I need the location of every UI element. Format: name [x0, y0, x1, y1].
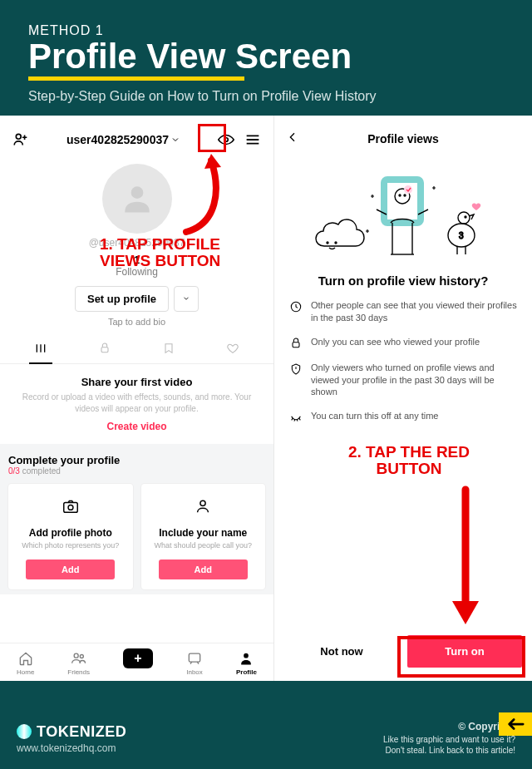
brand-logo-icon	[17, 724, 32, 739]
svg-point-6	[200, 500, 205, 505]
username-text: user402825290037	[66, 133, 169, 146]
profile-views-prompt-screen: Profile views	[274, 116, 532, 681]
home-icon	[17, 650, 34, 667]
hamburger-menu-icon[interactable]	[244, 131, 262, 149]
svg-point-5	[68, 505, 73, 510]
page-subtitle: Step-by-Step Guide on How to Turn on Pro…	[28, 89, 504, 104]
prompt-buttons: Not now Turn on	[274, 635, 532, 676]
clock-icon	[289, 300, 303, 313]
svg-point-11	[327, 242, 328, 244]
annotation-arrow-1	[171, 149, 229, 240]
tab-saved[interactable]	[155, 337, 182, 363]
tab-liked[interactable]	[219, 337, 246, 363]
post-button-icon: +	[123, 648, 153, 668]
not-now-button[interactable]: Not now	[284, 635, 399, 668]
chevron-left-icon	[286, 131, 299, 144]
svg-point-16	[404, 195, 406, 196]
chevron-down-icon	[170, 135, 180, 145]
copyright-block: © Copyright Like this graphic and want t…	[383, 720, 515, 756]
profile-tabstrip	[0, 333, 273, 364]
add-name-button[interactable]: Add	[159, 559, 248, 579]
tab-feed[interactable]	[27, 337, 54, 363]
svg-rect-9	[189, 653, 200, 662]
svg-point-20	[465, 216, 466, 218]
right-title: Profile views	[303, 132, 504, 145]
hero-header: METHOD 1 Profile View Screen Step-by-Ste…	[0, 0, 532, 116]
add-friend-icon[interactable]	[12, 131, 30, 149]
profile-topbar: user402825290037	[0, 116, 273, 154]
turn-on-button[interactable]: Turn on	[407, 635, 522, 668]
brand-name: TOKENIZED	[37, 723, 126, 741]
copyright-line1: Like this graphic and want to use it?	[383, 734, 515, 746]
annotation-highlight-box	[198, 124, 226, 152]
camera-icon	[62, 497, 80, 515]
add-photo-button[interactable]: Add	[26, 559, 115, 579]
copyright-line2: Don't steal. Link back to this article!	[383, 745, 515, 757]
nav-friends[interactable]: Friends	[67, 650, 90, 676]
info-list: Other people can see that you viewed the…	[274, 299, 532, 424]
info-item: Only you can see who viewed your profile	[289, 336, 517, 350]
annotation-step1: 1. TAP PROFILE VIEWS BUTTON	[100, 236, 266, 269]
annotation-step2: 2. TAP THE RED BUTTON	[342, 444, 475, 477]
bio-prompt[interactable]: Tap to add bio	[0, 317, 273, 327]
illustration: 3	[274, 152, 532, 269]
complete-profile-section: Complete your profile 0/3 completed Add …	[0, 444, 273, 594]
annotation-arrow-2	[441, 481, 490, 631]
prompt-heading: Turn on profile view history?	[274, 274, 532, 288]
svg-rect-4	[64, 503, 78, 513]
shield-icon	[289, 362, 303, 376]
card-title: Add profile photo	[15, 527, 126, 539]
setup-caret-button[interactable]	[174, 286, 199, 312]
svg-text:3: 3	[459, 231, 464, 240]
svg-point-12	[335, 242, 337, 244]
back-button[interactable]	[286, 131, 303, 147]
first-video-prompt: Share your first video Record or upload …	[0, 364, 273, 439]
nav-home[interactable]: Home	[17, 650, 34, 676]
svg-point-17	[404, 185, 412, 194]
card-sub: What should people call you?	[148, 541, 259, 550]
nav-profile[interactable]: Profile	[236, 650, 257, 676]
lock-icon	[289, 337, 303, 350]
svg-point-7	[74, 653, 78, 658]
svg-point-2	[131, 186, 143, 199]
info-item: Only viewers who turned on profile views…	[289, 362, 517, 399]
svg-point-0	[16, 134, 21, 139]
svg-rect-3	[101, 348, 108, 352]
setup-profile-button[interactable]: Set up profile	[75, 286, 169, 312]
title-underline	[28, 76, 244, 81]
tab-private[interactable]	[91, 337, 118, 363]
person-icon	[194, 497, 212, 515]
card-sub: Which photo represents you?	[15, 541, 126, 550]
nav-inbox[interactable]: Inbox	[186, 650, 203, 676]
brand-url[interactable]: www.tokenizedhq.com	[17, 742, 126, 754]
svg-point-19	[458, 212, 470, 224]
svg-point-10	[244, 653, 249, 658]
caret-down-icon	[182, 294, 190, 303]
phone-panels: user402825290037 @user402825290037 1 Fol…	[0, 116, 532, 681]
card-add-photo: Add profile photo Which photo represents…	[8, 484, 133, 589]
nav-post[interactable]: + Post	[123, 648, 153, 678]
right-topbar: Profile views	[274, 116, 532, 152]
bottom-navbar: Home Friends + Post Inbox Profile	[0, 643, 273, 681]
info-item: You can turn this off at any time	[289, 410, 517, 424]
friends-icon	[71, 650, 87, 667]
inbox-icon	[186, 650, 203, 667]
create-video-link[interactable]: Create video	[15, 421, 259, 432]
complete-profile-heading: Complete your profile	[8, 454, 265, 466]
svg-rect-23	[293, 342, 299, 347]
username-dropdown[interactable]: user402825290037	[66, 133, 180, 146]
complete-profile-progress: 0/3 completed	[8, 466, 265, 476]
arrow-badge[interactable]	[499, 712, 532, 736]
first-video-heading: Share your first video	[15, 376, 259, 388]
svg-point-8	[80, 655, 83, 658]
eye-closed-icon	[289, 411, 303, 424]
page-title: Profile View Screen	[28, 38, 504, 75]
arrow-left-icon	[506, 717, 525, 731]
copyright-label: © Copyright	[383, 720, 515, 733]
footer: TOKENIZED www.tokenizedhq.com © Copyrigh…	[0, 707, 532, 769]
profile-screen: user402825290037 @user402825290037 1 Fol…	[0, 116, 274, 681]
card-include-name: Include your name What should people cal…	[141, 484, 266, 589]
first-video-desc: Record or upload a video with effects, s…	[15, 392, 259, 414]
card-title: Include your name	[148, 527, 259, 539]
avatar-placeholder[interactable]	[102, 164, 172, 234]
